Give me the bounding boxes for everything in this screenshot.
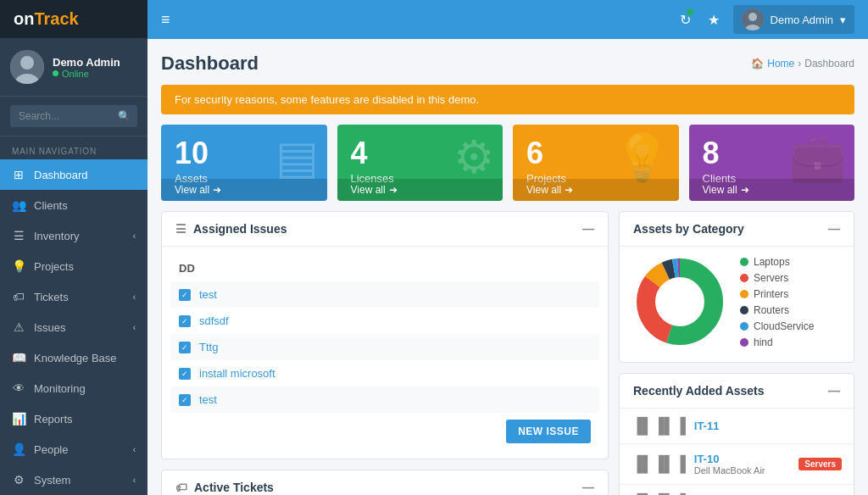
favorites-icon[interactable]: ★ [708,12,720,28]
minimize-recently-icon[interactable]: — [828,384,840,398]
recently-added-panel: Recently Added Assets — ▐▌▐▌▐ IT-11 ▐▌▐▌… [619,373,854,495]
stat-cards: ▤ 10 Assets View all ➜ ⚙ 4 Licenses View… [161,125,854,201]
new-issue-row: NEW ISSUE [170,413,599,450]
issue-checkbox-3[interactable]: ✓ [179,368,191,380]
breadcrumb-home[interactable]: Home [767,58,794,70]
reports-icon: 📊 [12,412,25,425]
stat-card-licenses: ⚙ 4 Licenses View all ➜ [337,125,504,201]
issues-icon: ⚠ [12,320,25,334]
avatar [10,50,44,84]
donut-chart-wrap: Laptops Servers Printers [620,247,854,362]
svg-point-4 [748,13,757,21]
hamburger-icon[interactable]: ≡ [161,11,170,29]
list-item: ✓ test [170,281,599,308]
legend-cloudservice: CloudService [740,320,814,332]
legend-routers: Routers [740,304,814,316]
nav-inventory-label: Inventory [34,230,79,242]
nav-inventory[interactable]: ☰ Inventory ‹ [0,220,147,251]
legend-hind: hind [740,336,814,348]
nav-projects-label: Projects [34,260,74,273]
recently-added-body: ▐▌▐▌▐ IT-11 ▐▌▐▌▐ IT-10 Dell MacBook Air [620,409,854,495]
asset-id-0[interactable]: IT-11 [694,420,842,432]
tickets-icon: 🏷 [12,290,25,303]
inventory-chevron-icon: ‹ [133,231,136,241]
refresh-icon[interactable]: ↻ [680,12,691,28]
legend-dot-servers [740,274,748,282]
projects-icon: 💡 [12,259,25,273]
issue-checkbox-0[interactable]: ✓ [179,289,191,301]
issue-text-4: test [199,393,217,406]
minimize-assigned-issues-icon[interactable]: — [582,222,594,236]
nav-monitoring[interactable]: 👁 Monitoring [0,373,147,403]
nav-tickets[interactable]: 🏷 Tickets ‹ [0,281,147,312]
assigned-issues-body: DD ✓ test ✓ sdfsdf ✓ Tttg [162,247,608,459]
legend-dot-cloud [740,322,748,331]
assigned-issues-header: ☰ Assigned Issues — [162,212,608,247]
system-chevron-icon: ‹ [133,476,136,485]
chart-legend: Laptops Servers Printers [740,256,814,348]
table-row: ▐▌▐▌▐ IT-9 Laptops [620,485,854,495]
legend-laptops: Laptops [740,256,814,268]
clients-viewall[interactable]: View all ➜ [689,179,855,201]
nav-dashboard[interactable]: ⊞ Dashboard [0,159,147,190]
nav-system-label: System [34,474,70,487]
nav-projects[interactable]: 💡 Projects [0,251,147,281]
svg-point-1 [20,56,34,70]
topbar: ≡ ↻ ★ Demo Admin ▾ [147,0,868,39]
issue-text-3: install microsoft [199,367,275,380]
minimize-category-icon[interactable]: — [828,222,840,236]
asset-info-0: IT-11 [694,420,842,432]
legend-dot-routers [740,306,748,314]
nav-people[interactable]: 👤 People ‹ [0,434,147,464]
topbar-username: Demo Admin [771,14,833,26]
assets-category-header: Assets by Category — [620,212,854,247]
dashboard-icon: ⊞ [12,168,25,181]
page-header: Dashboard 🏠 Home › Dashboard [161,53,854,75]
legend-servers: Servers [740,272,814,284]
sidebar-brand: onTrack [0,0,147,38]
projects-viewall[interactable]: View all ➜ [513,179,679,201]
nav-tickets-label: Tickets [34,291,69,303]
active-tickets-header: 🏷 Active Tickets — [162,470,608,495]
donut-chart [633,255,726,348]
nav-issues[interactable]: ⚠ Issues ‹ [0,312,147,342]
issue-text-1: sdfsdf [199,314,229,327]
main-two-col: ☰ Assigned Issues — DD ✓ test ✓ [161,211,854,495]
assets-category-title: Assets by Category [633,222,744,236]
recently-added-header: Recently Added Assets — [620,374,854,409]
list-item: ✓ install microsoft [170,360,599,387]
list-item: ✓ Tttg [170,334,599,360]
nav-knowledge-base[interactable]: 📖 Knowledge Base [0,342,147,373]
issue-dd-row: DD [170,255,599,281]
licenses-viewall[interactable]: View all ➜ [337,179,504,201]
issue-checkbox-1[interactable]: ✓ [179,315,191,327]
stat-card-projects: 💡 6 Projects View all ➜ [513,125,679,201]
nav-reports[interactable]: 📊 Reports [0,403,147,434]
topbar-avatar [742,8,764,31]
sidebar-search-section: 🔍 [0,97,147,136]
new-issue-button[interactable]: NEW ISSUE [506,420,591,443]
search-icon: 🔍 [118,110,131,122]
legend-printers: Printers [740,288,814,300]
asset-info-1: IT-10 Dell MacBook Air [694,453,791,476]
issue-checkbox-4[interactable]: ✓ [179,394,191,406]
barcode-icon-1: ▐▌▐▌▐ [632,455,686,473]
active-tickets-panel: 🏷 Active Tickets — [161,470,609,495]
issue-checkbox-2[interactable]: ✓ [179,342,191,353]
topbar-dropdown-icon: ▾ [840,14,846,26]
nav-monitoring-label: Monitoring [34,382,86,395]
issue-text-2: Tttg [199,341,218,353]
left-col: ☰ Assigned Issues — DD ✓ test ✓ [161,211,609,495]
list-item: ✓ sdfsdf [170,308,599,334]
legend-dot-printers [740,290,748,298]
nav-knowledge-label: Knowledge Base [34,352,117,364]
topbar-user-menu[interactable]: Demo Admin ▾ [733,5,854,34]
minimize-tickets-icon[interactable]: — [582,481,594,494]
assets-viewall[interactable]: View all ➜ [161,179,327,201]
sidebar-username: Demo Admin [53,56,120,69]
nav-system[interactable]: ⚙ System ‹ [0,464,147,495]
asset-id-1[interactable]: IT-10 [694,453,791,465]
nav-clients[interactable]: 👥 Clients [0,190,147,220]
knowledge-icon: 📖 [12,351,25,364]
issue-text-0: test [199,288,217,301]
